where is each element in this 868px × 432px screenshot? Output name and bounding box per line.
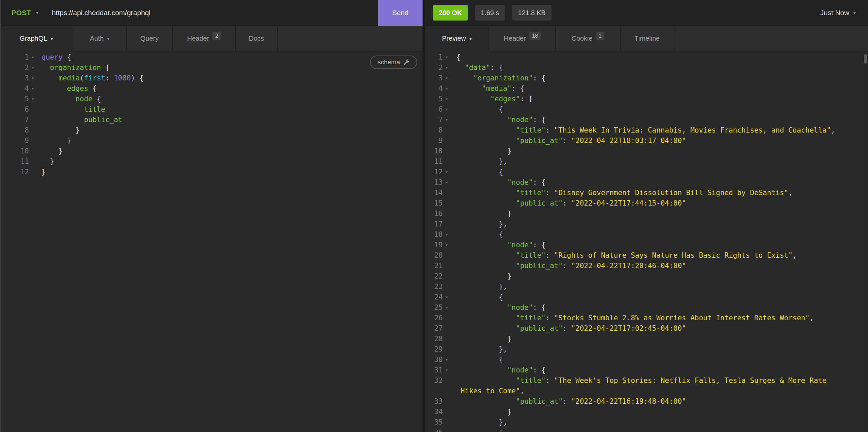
line-number: 31	[425, 365, 443, 375]
fold-arrow-icon[interactable]: ▾	[443, 115, 456, 125]
code-text: }	[41, 146, 63, 157]
response-time-badge: 1.69 s	[475, 5, 505, 21]
fold-spacer	[29, 125, 41, 136]
graphql-query-editor[interactable]: schema 1▾query {2▾ organization {3▾ medi…	[0, 52, 423, 432]
chevron-down-icon: ▾	[107, 36, 110, 42]
fold-arrow-icon[interactable]: ▾	[29, 94, 41, 104]
response-view-dropdown[interactable]: Preview ▾	[425, 26, 489, 52]
top-bar: POST ▾ https://api.cheddar.com/graphql S…	[0, 0, 868, 26]
pane-divider[interactable]	[423, 26, 425, 432]
tab-query[interactable]: Query	[127, 26, 173, 52]
code-text: "public_at": "2022-04-22T16:19:48-04:00"	[456, 396, 686, 407]
code-line: 3▾ media(first: 1000) {	[0, 73, 423, 84]
fold-arrow-icon[interactable]: ▾	[443, 240, 456, 250]
fold-arrow-icon[interactable]: ▾	[443, 73, 456, 84]
tab-timeline[interactable]: Timeline	[621, 26, 674, 52]
fold-spacer	[443, 219, 456, 229]
body-type-dropdown[interactable]: GraphQL ▾	[0, 26, 73, 52]
fold-arrow-icon[interactable]: ▾	[443, 63, 456, 73]
schema-button[interactable]: schema	[370, 56, 417, 69]
fold-arrow-icon[interactable]: ▾	[443, 177, 456, 188]
code-text: {	[456, 52, 461, 63]
chevron-down-icon: ▾	[36, 10, 38, 16]
tab-auth[interactable]: Auth ▾	[73, 26, 127, 52]
fold-spacer	[443, 125, 456, 136]
code-line: 29 },	[425, 344, 868, 355]
fold-arrow-icon[interactable]: ▾	[443, 84, 456, 94]
response-tab-bar: Preview ▾ Header 18 Cookie 1 Timeline	[425, 26, 868, 52]
code-line: 2▾ organization {	[0, 63, 423, 73]
chevron-down-icon: ▾	[51, 36, 53, 42]
tab-docs-label: Docs	[249, 35, 264, 42]
fold-spacer	[443, 396, 456, 407]
fold-arrow-icon[interactable]: ▾	[29, 63, 41, 73]
response-json-viewer[interactable]: 1▾{2▾ "data": {3▾ "organization": {4▾ "m…	[425, 52, 868, 432]
code-text: "public_at": "2022-04-22T17:44:15-04:00"	[456, 198, 686, 209]
fold-arrow-icon[interactable]: ▾	[29, 52, 41, 63]
send-button[interactable]: Send	[378, 0, 423, 26]
code-text: "data": {	[456, 63, 503, 73]
code-text: "node": {	[456, 240, 546, 250]
fold-spacer	[443, 407, 456, 417]
fold-spacer	[443, 250, 456, 261]
url-input[interactable]: https://api.cheddar.com/graphql	[52, 9, 151, 17]
line-number: 20	[425, 250, 443, 261]
tab-response-header[interactable]: Header 18	[489, 26, 556, 52]
fold-arrow-icon[interactable]: ▾	[443, 428, 456, 432]
fold-spacer	[443, 334, 456, 344]
pane-divider[interactable]	[423, 0, 425, 26]
fold-spacer	[443, 209, 456, 219]
tab-docs[interactable]: Docs	[236, 26, 278, 52]
fold-arrow-icon[interactable]: ▾	[29, 84, 41, 94]
method-dropdown[interactable]: POST ▾	[0, 9, 38, 17]
fold-arrow-icon[interactable]: ▾	[443, 94, 456, 104]
scrollbar-thumb[interactable]	[864, 54, 867, 64]
code-line: 16 }	[425, 209, 868, 219]
code-text: }	[456, 407, 512, 417]
line-number: 28	[425, 334, 443, 344]
fold-spacer	[443, 136, 456, 146]
code-text: "public_at": "2022-04-22T17:02:45-04:00"	[456, 323, 686, 334]
code-line: 6▾ {	[425, 104, 868, 115]
code-line: 33 "public_at": "2022-04-22T16:19:48-04:…	[425, 396, 868, 407]
line-number: 26	[425, 313, 443, 323]
line-number: 2	[0, 63, 29, 73]
fold-spacer	[29, 115, 41, 125]
fold-arrow-icon[interactable]: ▾	[443, 355, 456, 365]
code-line: 3▾ "organization": {	[425, 73, 868, 84]
line-number: 32	[425, 375, 443, 386]
line-number: 6	[0, 104, 29, 115]
line-number: 23	[425, 281, 443, 292]
code-text: edges {	[41, 84, 97, 94]
method-label: POST	[11, 9, 31, 17]
tab-cookie[interactable]: Cookie 1	[556, 26, 621, 52]
code-line: 14 "title": "Disney Government Dissoluti…	[425, 188, 868, 198]
code-text: "node": {	[456, 302, 546, 313]
tab-header[interactable]: Header 2	[173, 26, 236, 52]
scrollbar-track[interactable]	[863, 52, 868, 432]
history-dropdown[interactable]: Just Now ▾	[820, 9, 856, 17]
fold-arrow-icon[interactable]: ▾	[443, 52, 456, 63]
code-text: },	[456, 281, 507, 292]
line-number: 7	[0, 115, 29, 125]
fold-arrow-icon[interactable]: ▾	[443, 167, 456, 177]
code-line: 5▾ "edges": [	[425, 94, 868, 104]
fold-arrow-icon[interactable]: ▾	[29, 73, 41, 84]
fold-arrow-icon[interactable]: ▾	[443, 229, 456, 240]
window-left-edge	[0, 0, 1, 432]
fold-arrow-icon[interactable]: ▾	[443, 365, 456, 375]
code-line: 36▾ {	[425, 428, 868, 432]
fold-arrow-icon[interactable]: ▾	[443, 302, 456, 313]
code-line: 9 "public_at": "2022-04-22T18:03:17-04:0…	[425, 136, 868, 146]
line-number: 35	[425, 417, 443, 428]
code-line: 4▾ "media": {	[425, 84, 868, 94]
fold-arrow-icon[interactable]: ▾	[443, 292, 456, 302]
code-text: }	[456, 271, 512, 281]
fold-spacer	[443, 386, 456, 396]
code-line: 1▾query {	[0, 52, 423, 63]
fold-spacer	[29, 157, 41, 167]
code-line: 28 }	[425, 334, 868, 344]
fold-arrow-icon[interactable]: ▾	[443, 104, 456, 115]
code-text: {	[456, 355, 503, 365]
code-line: 24▾ {	[425, 292, 868, 302]
